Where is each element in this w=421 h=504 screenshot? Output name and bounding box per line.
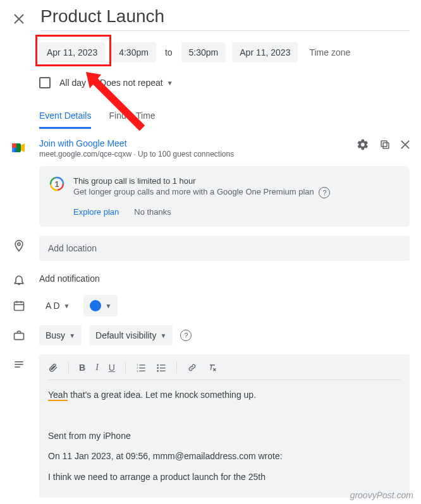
end-date-picker[interactable]: Apr 11, 2023 xyxy=(232,42,298,63)
meet-url-text: meet.google.com/qce-cqxw · Up to 100 gue… xyxy=(39,150,234,159)
chevron-down-icon: ▼ xyxy=(167,80,173,87)
underline-icon[interactable]: U xyxy=(109,363,115,373)
description-textarea[interactable]: Yeah that's a great idea. Let me knock s… xyxy=(48,388,401,484)
briefcase-icon xyxy=(11,329,27,342)
svg-point-11 xyxy=(18,243,20,245)
svg-point-26 xyxy=(157,364,159,366)
event-title-input[interactable]: Product Launch xyxy=(40,6,410,31)
copy-meet-link-icon[interactable] xyxy=(379,139,391,150)
help-icon[interactable]: ? xyxy=(319,187,330,198)
add-notification-button[interactable]: Add notification xyxy=(39,270,100,284)
bold-icon[interactable]: B xyxy=(79,363,85,373)
svg-rect-16 xyxy=(15,333,24,340)
svg-text:1: 1 xyxy=(55,180,59,189)
attachment-icon[interactable] xyxy=(48,363,58,373)
timezone-button[interactable]: Time zone xyxy=(304,47,350,57)
link-icon[interactable] xyxy=(187,363,197,373)
svg-rect-4 xyxy=(383,143,389,148)
start-date-picker[interactable]: Apr 11, 2023 xyxy=(39,42,105,63)
description-icon xyxy=(11,354,27,371)
location-input[interactable]: Add location xyxy=(39,236,410,261)
svg-rect-12 xyxy=(15,302,24,310)
color-dot-icon xyxy=(90,300,101,311)
to-label: to xyxy=(162,47,175,57)
bullet-list-icon[interactable] xyxy=(156,363,166,373)
svg-point-28 xyxy=(157,370,159,372)
chevron-down-icon: ▼ xyxy=(64,303,70,309)
chevron-down-icon: ▼ xyxy=(161,332,167,339)
tab-find-a-time[interactable]: Find a Time xyxy=(109,111,155,129)
google-one-banner: 1 This group call is limited to 1 hour G… xyxy=(39,166,410,227)
italic-icon[interactable]: I xyxy=(95,363,99,373)
svg-rect-3 xyxy=(12,148,15,152)
close-icon[interactable] xyxy=(11,11,27,27)
calendar-owner-dropdown[interactable]: A D ▼ xyxy=(39,296,76,316)
one-banner-title: This group call is limited to 1 hour xyxy=(73,176,330,186)
numbered-list-icon[interactable]: 123 xyxy=(136,363,146,373)
end-time-picker[interactable]: 5:30pm xyxy=(181,42,226,63)
chevron-down-icon: ▼ xyxy=(69,332,75,339)
remove-meet-icon[interactable] xyxy=(401,140,410,149)
svg-rect-2 xyxy=(12,143,16,148)
event-color-picker[interactable]: ▼ xyxy=(83,295,118,316)
busy-status-dropdown[interactable]: Busy ▼ xyxy=(39,325,82,345)
svg-point-27 xyxy=(157,367,159,369)
join-meet-link[interactable]: Join with Google Meet xyxy=(39,138,234,148)
location-icon xyxy=(11,236,27,252)
no-thanks-button[interactable]: No thanks xyxy=(134,207,171,217)
repeat-dropdown[interactable]: Does not repeat ▼ xyxy=(95,75,178,90)
tab-event-details[interactable]: Event Details xyxy=(39,111,91,129)
explore-plan-button[interactable]: Explore plan xyxy=(73,207,119,217)
calendar-icon xyxy=(11,299,27,312)
google-one-icon: 1 xyxy=(49,176,64,191)
start-time-picker[interactable]: 4:30pm xyxy=(111,42,156,63)
visibility-help-icon[interactable]: ? xyxy=(180,330,192,341)
svg-text:3: 3 xyxy=(137,369,138,373)
all-day-label: All day xyxy=(59,78,86,88)
svg-rect-5 xyxy=(381,141,387,147)
google-meet-icon xyxy=(11,138,27,153)
one-banner-subtitle: Get longer group calls and more with a G… xyxy=(73,187,330,198)
visibility-dropdown[interactable]: Default visibility ▼ xyxy=(89,325,173,345)
meet-settings-icon[interactable] xyxy=(357,138,369,151)
clear-formatting-icon[interactable] xyxy=(207,363,217,373)
bell-icon xyxy=(11,270,27,286)
chevron-down-icon: ▼ xyxy=(105,303,111,309)
watermark-text: groovyPost.com xyxy=(350,490,413,500)
all-day-checkbox[interactable] xyxy=(39,77,51,88)
